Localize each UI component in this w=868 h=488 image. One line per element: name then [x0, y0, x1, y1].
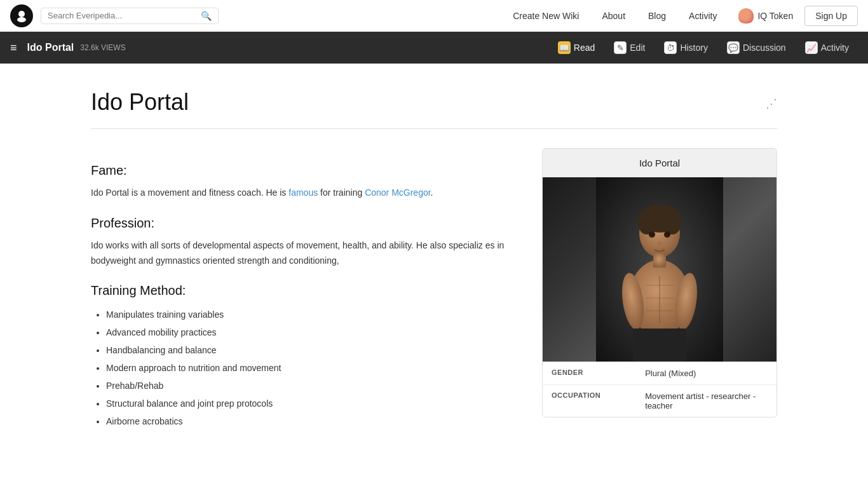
tab-discussion-label: Discussion	[743, 43, 786, 53]
main-content: Ido Portal ⋰ Fame: Ido Portal is a movem…	[53, 64, 815, 456]
views-count: 32.6k VIEWS	[80, 43, 125, 52]
fame-text-after: .	[431, 187, 433, 198]
tab-history[interactable]: ⏱ History	[655, 36, 717, 59]
infobox-image	[543, 177, 776, 362]
article-nav-tabs: 📖 Read ✎ Edit ⏱ History 💬 Discussion 📈 A…	[549, 36, 858, 59]
fame-text: Ido Portal is a movement and fitness coa…	[91, 186, 517, 201]
svg-point-16	[649, 231, 655, 238]
fame-heading: Fame:	[91, 163, 517, 178]
svg-point-6	[638, 212, 656, 234]
gender-label: GENDER	[543, 362, 636, 385]
top-nav-right: Create New Wiki About Blog Activity IQ T…	[503, 4, 858, 27]
tab-discussion[interactable]: 💬 Discussion	[718, 36, 795, 59]
conor-mcgregor-link[interactable]: Conor McGregor	[365, 187, 430, 198]
list-item: Handbalancing and balance	[106, 341, 517, 359]
gender-value: Plural (Mixed)	[636, 362, 776, 385]
page-title: Ido Portal	[91, 89, 189, 116]
infobox-title: Ido Portal	[543, 149, 776, 177]
top-navigation: 🔍 Create New Wiki About Blog Activity IQ…	[0, 0, 868, 32]
about-link[interactable]: About	[592, 6, 635, 26]
svg-point-17	[664, 231, 670, 238]
svg-rect-8	[653, 254, 666, 268]
activity-icon: 📈	[805, 41, 818, 54]
infobox-container: Ido Portal	[542, 148, 777, 430]
read-icon: 📖	[558, 41, 571, 54]
search-icon: 🔍	[201, 11, 212, 21]
svg-point-7	[663, 212, 681, 234]
tab-read-label: Read	[574, 43, 595, 53]
list-item: Modern approach to nutrition and movemen…	[106, 359, 517, 377]
blog-link[interactable]: Blog	[638, 6, 676, 26]
person-illustration	[596, 177, 723, 362]
content-left: Fame: Ido Portal is a movement and fitne…	[91, 148, 517, 430]
list-item: Advanced mobility practices	[106, 323, 517, 341]
tab-edit-label: Edit	[630, 43, 645, 53]
svg-point-18	[658, 241, 661, 246]
signup-button[interactable]: Sign Up	[804, 6, 858, 26]
fame-text-middle: for training	[318, 187, 365, 198]
occupation-value: Movement artist - researcher - teacher	[636, 385, 776, 417]
iq-token-button[interactable]: IQ Token	[729, 4, 802, 27]
activity-link[interactable]: Activity	[679, 6, 727, 26]
content-divider	[91, 128, 777, 129]
iq-token-label: IQ Token	[757, 11, 793, 21]
create-new-wiki-button[interactable]: Create New Wiki	[503, 6, 589, 26]
profession-heading: Profession:	[91, 216, 517, 231]
infobox-table: GENDER Plural (Mixed) OCCUPATION Movemen…	[543, 362, 776, 417]
tab-edit[interactable]: ✎ Edit	[605, 36, 654, 59]
page-header: Ido Portal ⋰	[91, 89, 777, 116]
discussion-icon: 💬	[727, 41, 740, 54]
tab-activity-label: Activity	[821, 43, 849, 53]
profession-text: Ido works with all sorts of developmenta…	[91, 238, 517, 269]
tab-history-label: History	[680, 43, 708, 53]
svg-rect-15	[633, 329, 686, 362]
list-item: Airborne acrobatics	[106, 412, 517, 430]
famous-link[interactable]: famous	[288, 187, 318, 198]
article-navigation: ≡ Ido Portal 32.6k VIEWS 📖 Read ✎ Edit ⏱…	[0, 32, 868, 64]
history-icon: ⏱	[664, 41, 677, 54]
table-row: OCCUPATION Movement artist - researcher …	[543, 385, 776, 417]
table-row: GENDER Plural (Mixed)	[543, 362, 776, 385]
content-layout: Fame: Ido Portal is a movement and fitne…	[91, 148, 777, 430]
training-heading: Training Method:	[91, 283, 517, 298]
list-item: Manipulates training variables	[106, 306, 517, 323]
occupation-label: OCCUPATION	[543, 385, 636, 417]
fame-text-before: Ido Portal is a movement and fitness coa…	[91, 187, 288, 198]
site-logo[interactable]	[10, 4, 33, 27]
list-item: Prehab/Rehab	[106, 377, 517, 395]
hamburger-menu[interactable]: ≡	[10, 41, 17, 55]
search-container: 🔍	[41, 8, 219, 24]
list-item: Structural balance and joint prep protoc…	[106, 395, 517, 412]
tab-read[interactable]: 📖 Read	[549, 36, 604, 59]
infobox: Ido Portal	[542, 148, 777, 417]
edit-icon: ✎	[614, 41, 627, 54]
training-list: Manipulates training variables Advanced …	[91, 306, 517, 430]
svg-point-0	[18, 11, 25, 17]
article-title: Ido Portal	[27, 42, 74, 53]
search-input[interactable]	[48, 11, 198, 20]
tab-activity[interactable]: 📈 Activity	[796, 36, 858, 59]
share-icon[interactable]: ⋰	[766, 97, 777, 111]
svg-point-1	[17, 17, 26, 22]
brain-icon	[738, 8, 754, 24]
